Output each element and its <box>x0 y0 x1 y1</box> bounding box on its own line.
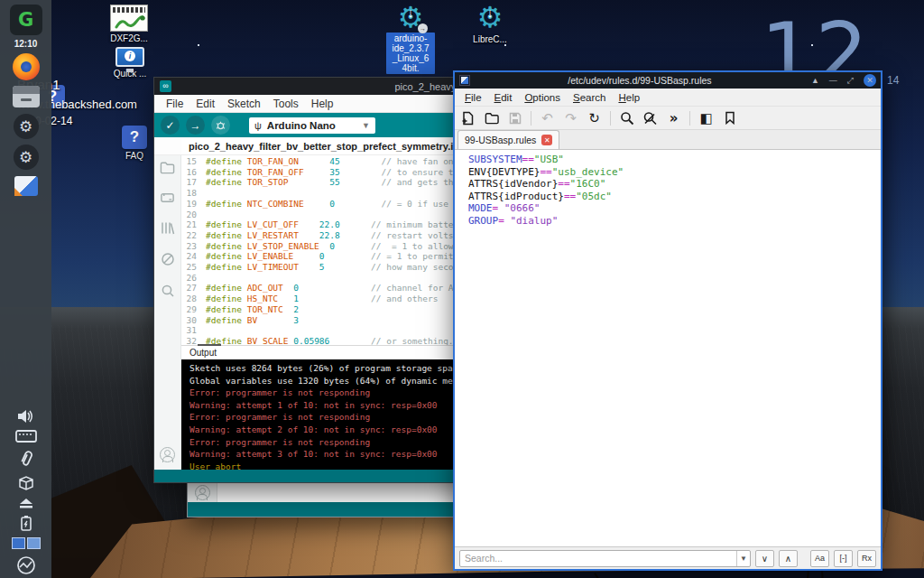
usb-plug-icon: ψ <box>254 120 262 131</box>
upload-button[interactable]: → <box>186 116 205 135</box>
search-icon[interactable] <box>161 284 175 302</box>
desktop-icon-arduino-appimage[interactable]: ⚙ ↓ → arduino- ide_2.3.7 _Linux_6 4bit. <box>386 4 435 74</box>
menu-item-options[interactable]: Options <box>518 92 567 103</box>
line-number: 21 <box>181 219 197 230</box>
menu-item-help[interactable]: Help <box>612 92 646 103</box>
menu-item-edit[interactable]: Edit <box>189 98 221 110</box>
sketch-tab[interactable]: pico_2_heavy_filter_bv_better_stop_prefe… <box>181 139 474 154</box>
reload-button[interactable]: ↻ <box>587 110 602 126</box>
file-manager-icon[interactable] <box>14 176 38 196</box>
menu-item-sketch[interactable]: Sketch <box>221 98 267 110</box>
distro-menu-button[interactable]: G <box>10 5 42 35</box>
desktop-icon-faq[interactable]: ? FAQ <box>118 126 151 161</box>
line-number: 16 <box>181 167 197 178</box>
line-number: 32 <box>181 336 197 345</box>
menu-item-search[interactable]: Search <box>567 92 612 103</box>
redo-button[interactable]: ↷ <box>563 110 578 126</box>
verify-button[interactable]: ✓ <box>161 116 180 135</box>
eject-icon[interactable] <box>8 498 44 509</box>
maximize-button[interactable]: ⤢ <box>847 77 854 85</box>
library-manager-icon[interactable] <box>161 221 175 238</box>
clipboard-paperclip-icon[interactable] <box>8 449 44 469</box>
settings-gear-icon[interactable]: ⚙ <box>14 144 39 170</box>
sketchbook-folder-icon[interactable] <box>160 161 175 178</box>
search-input[interactable]: Search... ▼ <box>459 550 751 567</box>
desktop-icon-dxf2g[interactable]: DXF2G... <box>108 5 150 43</box>
new-document-button[interactable] <box>460 110 476 126</box>
menu-item-help[interactable]: Help <box>305 98 340 110</box>
search-button[interactable] <box>619 110 634 126</box>
undo-button[interactable]: ↶ <box>540 110 555 126</box>
archive-manager-icon[interactable] <box>13 86 40 107</box>
menu-item-file[interactable]: File <box>458 92 488 103</box>
line-number: 18 <box>181 188 197 199</box>
find-next-button[interactable]: ∨ <box>755 550 774 567</box>
minimize-button[interactable]: — <box>829 77 837 85</box>
account-avatar-icon[interactable] <box>188 482 217 502</box>
file-tab[interactable]: 99-USBasp.rules ✕ <box>457 130 559 149</box>
package-box-icon[interactable] <box>8 474 44 492</box>
icon-label: DXF2G... <box>108 33 150 43</box>
editor-tab-bar: 99-USBasp.rules ✕ <box>455 130 881 150</box>
code-line: MODE= "0666" <box>459 202 881 215</box>
regex-toggle[interactable]: Rx <box>857 550 876 567</box>
board-selector[interactable]: ψ Arduino Nano ▼ <box>249 117 375 134</box>
match-case-toggle[interactable]: Aa <box>810 550 829 567</box>
featherpad-app-icon <box>459 75 470 86</box>
search-placeholder: Search... <box>460 553 736 564</box>
arduino-app-icon: ∞ <box>160 80 171 92</box>
menu-item-tools[interactable]: Tools <box>267 98 305 110</box>
link-emblem-icon: → <box>418 23 428 33</box>
find-replace-button[interactable] <box>642 110 658 126</box>
debug-button[interactable] <box>211 116 230 135</box>
settings-gear-icon[interactable]: ⚙ <box>14 114 39 139</box>
firefox-icon[interactable] <box>13 53 40 80</box>
ide-sidebar <box>154 155 181 470</box>
line-number: 22 <box>181 230 197 241</box>
close-button[interactable]: ✕ <box>864 74 876 87</box>
code-line: SUBSYSTEM=="USB" <box>459 154 881 166</box>
line-number: 20 <box>181 210 197 220</box>
side-pane-button[interactable]: ◧ <box>698 110 714 126</box>
open-file-button[interactable] <box>484 110 499 126</box>
dock-panel: G 12:10 ⚙ ⚙ <box>0 0 51 578</box>
editor-title-bar[interactable]: /etc/udev/rules.d/99-USBasp.rules ▲ — ⤢ … <box>455 72 881 89</box>
icon-label: LibreC... <box>466 34 514 44</box>
volume-icon[interactable] <box>8 409 44 424</box>
appimage-gear-icon: ⚙ ↓ <box>475 4 505 33</box>
boards-manager-icon[interactable] <box>160 191 175 208</box>
tab-title: 99-USBasp.rules <box>465 135 536 145</box>
menu-item-file[interactable]: File <box>160 98 189 110</box>
code-line: ATTRS{idProduct}=="05dc" <box>459 191 881 203</box>
search-history-dropdown[interactable]: ▼ <box>736 551 750 566</box>
download-arrow-icon: ↓ <box>475 5 505 20</box>
code-line: ATTRS{idVendor}=="16C0" <box>459 178 881 191</box>
save-button[interactable] <box>507 110 522 126</box>
desktop-icon-quick[interactable]: i Quick ... <box>101 47 159 79</box>
tab-close-icon[interactable]: ✕ <box>541 135 552 145</box>
find-previous-button[interactable]: ∧ <box>779 550 798 567</box>
search-bar: Search... ▼ ∨ ∧ Aa [-] Rx <box>455 546 881 569</box>
jump-to-button[interactable]: » <box>666 110 681 126</box>
account-avatar-icon[interactable] <box>160 447 175 462</box>
featherpad-window: /etc/udev/rules.d/99-USBasp.rules ▲ — ⤢ … <box>453 70 882 571</box>
keyboard-icon[interactable] <box>8 429 44 443</box>
editor-menu-bar: FileEditOptionsSearchHelp <box>455 89 881 107</box>
system-monitor-icon[interactable] <box>8 555 44 575</box>
panel-clock: 12:10 <box>14 39 38 49</box>
debug-panel-icon[interactable] <box>161 252 175 270</box>
battery-icon[interactable] <box>8 515 44 531</box>
whole-word-toggle[interactable]: [-] <box>834 550 853 567</box>
line-number: 31 <box>181 325 197 336</box>
editor-toolbar: ↶ ↷ ↻ » ◧ <box>455 107 881 130</box>
shade-button[interactable]: ▲ <box>811 77 819 85</box>
line-number: 17 <box>181 177 197 188</box>
workspace-switcher[interactable] <box>8 537 44 549</box>
line-number: 27 <box>181 283 197 294</box>
desktop-icon-librecad[interactable]: ⚙ ↓ LibreC... <box>466 4 514 44</box>
output-label: Output <box>181 348 217 358</box>
line-number: 19 <box>181 199 197 210</box>
bookmark-icon[interactable] <box>722 110 737 126</box>
text-editor-content[interactable]: SUBSYSTEM=="USB"ENV{DEVTYPE}=="usb_devic… <box>455 150 881 546</box>
menu-item-edit[interactable]: Edit <box>488 92 519 103</box>
